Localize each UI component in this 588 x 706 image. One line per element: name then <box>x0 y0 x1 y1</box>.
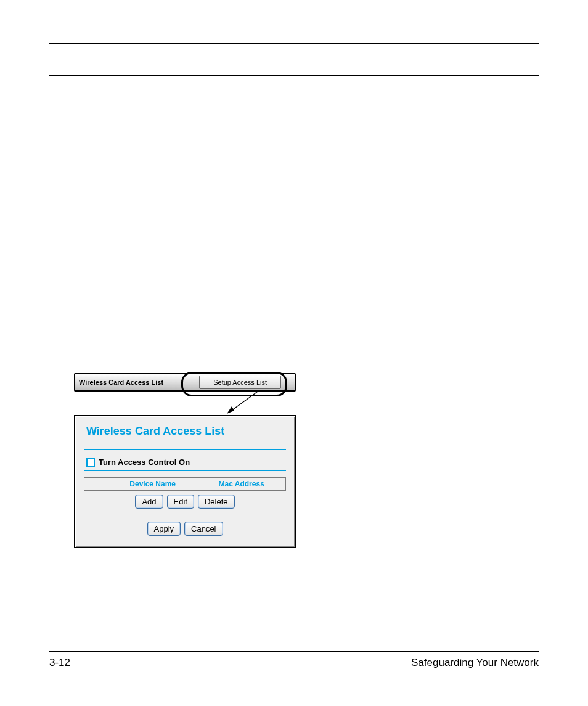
access-control-row: Turn Access Control On <box>86 458 286 467</box>
panel-title: Wireless Card Access List <box>86 425 286 438</box>
svg-marker-1 <box>227 406 234 414</box>
section-title: Safeguarding Your Network <box>411 657 539 669</box>
turn-access-control-checkbox[interactable] <box>86 458 95 467</box>
add-button[interactable]: Add <box>135 495 163 509</box>
table-header-row: Device Name Mac Address <box>84 478 286 491</box>
page-number: 3-12 <box>49 657 70 669</box>
header-rule-thin <box>49 75 539 76</box>
access-list-panel: Wireless Card Access List Turn Access Co… <box>74 415 296 548</box>
footer-row: 3-12 Safeguarding Your Network <box>49 657 539 669</box>
table-header-select <box>84 478 108 491</box>
footer-rule <box>49 651 539 652</box>
panel-button-row: Apply Cancel <box>84 522 286 536</box>
edit-button[interactable]: Edit <box>167 495 194 509</box>
divider <box>84 449 286 450</box>
setup-access-list-button[interactable]: Setup Access List <box>199 376 281 389</box>
page-footer: 3-12 Safeguarding Your Network <box>49 651 539 669</box>
figure: Wireless Card Access List Setup Access L… <box>74 373 296 548</box>
device-table: Device Name Mac Address <box>84 477 286 491</box>
toolbar-label: Wireless Card Access List <box>75 379 163 386</box>
table-button-row: Add Edit Delete <box>84 495 286 509</box>
table-header-device: Device Name <box>108 478 197 491</box>
cancel-button[interactable]: Cancel <box>184 522 223 536</box>
delete-button[interactable]: Delete <box>198 495 235 509</box>
callout-arrow-icon <box>227 390 264 415</box>
apply-button[interactable]: Apply <box>147 522 181 536</box>
header-rule-thick <box>49 43 539 44</box>
svg-line-0 <box>231 392 258 411</box>
divider <box>84 470 286 471</box>
table-header-mac: Mac Address <box>197 478 286 491</box>
document-page: Wireless Card Access List Setup Access L… <box>0 0 588 706</box>
setup-access-list-button-label: Setup Access List <box>213 379 267 386</box>
turn-access-control-label: Turn Access Control On <box>99 458 190 467</box>
toolbar-strip: Wireless Card Access List Setup Access L… <box>74 373 296 392</box>
divider <box>84 515 286 515</box>
